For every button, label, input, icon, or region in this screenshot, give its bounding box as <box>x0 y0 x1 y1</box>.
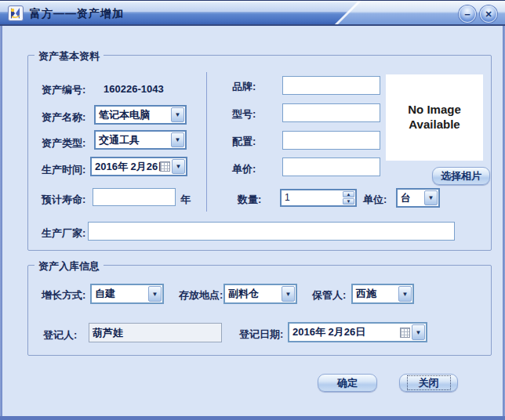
asset-name-label: 资产名称: <box>42 110 85 125</box>
close-window-button[interactable]: ✕ <box>480 5 497 23</box>
calendar-icon <box>400 328 410 338</box>
window-border-left <box>0 26 2 420</box>
expected-life-unit-label: 年 <box>180 193 191 207</box>
unit-selected-value: 台 <box>398 190 423 206</box>
close-button[interactable]: 关闭 <box>399 374 458 392</box>
spinner-down-icon[interactable]: ▼ <box>343 198 354 205</box>
production-date-value: 2016年 2月26日 <box>92 158 160 175</box>
close-button-label: 关闭 <box>407 375 451 390</box>
model-input[interactable] <box>282 103 380 122</box>
config-input[interactable] <box>282 131 380 150</box>
app-logo-icon <box>8 5 24 21</box>
config-label: 配置: <box>232 135 256 149</box>
select-photo-button[interactable]: 选择相片 <box>432 167 490 185</box>
registrant-input <box>89 323 222 342</box>
asset-type-label: 资产类型: <box>42 136 85 150</box>
production-date-picker[interactable]: 2016年 2月26日 ▼ <box>90 157 187 176</box>
asset-name-selected-value: 笔记本电脑 <box>96 107 170 123</box>
quantity-label: 数量: <box>238 193 261 207</box>
unit-price-input[interactable] <box>282 158 380 176</box>
dropdown-arrow-icon[interactable]: ▼ <box>171 107 184 122</box>
titlebar: 富方——资产增加 <box>0 0 505 26</box>
image-placeholder: No Image Available <box>386 74 483 161</box>
asset-no-label: 资产编号: <box>42 83 85 97</box>
calendar-icon <box>160 161 170 172</box>
register-date-label: 登记日期: <box>239 328 283 342</box>
storage-location-label: 存放地点: <box>179 288 223 302</box>
spinner-up-icon[interactable]: ▲ <box>343 191 354 197</box>
asset-type-selected-value: 交通工具 <box>96 132 170 148</box>
dropdown-arrow-icon[interactable]: ▼ <box>412 324 425 340</box>
growth-method-selected-value: 自建 <box>92 285 147 302</box>
manufacturer-label: 生产厂家: <box>42 226 85 241</box>
no-image-text-line1: No Image <box>408 103 461 118</box>
window-border-bottom <box>0 416 505 420</box>
quantity-stepper[interactable]: 1 ▲ ▼ <box>280 189 357 207</box>
growth-method-select[interactable]: 自建 ▼ <box>90 284 164 304</box>
register-date-value: 2016年 2月26日 <box>289 324 400 341</box>
dropdown-arrow-icon[interactable]: ▼ <box>424 190 438 205</box>
dropdown-arrow-icon[interactable]: ▼ <box>398 286 412 302</box>
unit-select[interactable]: 台 ▼ <box>396 188 440 208</box>
keeper-label: 保管人: <box>312 288 346 302</box>
storage-location-selected-value: 副料仓 <box>225 285 281 302</box>
close-icon: ✕ <box>485 9 492 19</box>
asset-name-select[interactable]: 笔记本电脑 ▼ <box>94 105 187 125</box>
no-image-text-line2: Available <box>409 118 460 132</box>
dropdown-arrow-icon[interactable]: ▼ <box>172 159 185 174</box>
storage-group-title: 资产入库信息 <box>35 259 104 273</box>
manufacturer-input[interactable] <box>88 222 455 241</box>
unit-price-label: 单价: <box>232 162 256 176</box>
minimize-button[interactable]: − <box>459 5 476 23</box>
asset-no-value: 160226-1043 <box>104 83 164 95</box>
asset-type-select[interactable]: 交通工具 ▼ <box>94 130 187 150</box>
keeper-selected-value: 西施 <box>353 285 398 302</box>
dropdown-arrow-icon[interactable]: ▼ <box>282 286 295 302</box>
expected-life-input[interactable] <box>93 188 176 206</box>
dropdown-arrow-icon[interactable]: ▼ <box>171 132 184 147</box>
minimize-icon: − <box>464 9 470 20</box>
brand-input[interactable] <box>282 76 380 95</box>
dropdown-arrow-icon[interactable]: ▼ <box>148 286 162 302</box>
quantity-value: 1 <box>282 190 342 205</box>
registrant-label: 登记人: <box>43 328 77 342</box>
column-divider <box>206 72 207 212</box>
ok-button[interactable]: 确定 <box>318 374 377 392</box>
keeper-select[interactable]: 西施 ▼ <box>351 284 414 304</box>
storage-location-select[interactable]: 副料仓 ▼ <box>223 284 297 304</box>
unit-label: 单位: <box>363 193 387 207</box>
basic-group-title: 资产基本资料 <box>35 49 104 63</box>
window-title: 富方——资产增加 <box>30 7 124 21</box>
expected-life-label: 预计寿命: <box>42 193 85 207</box>
growth-method-label: 增长方式: <box>42 288 85 302</box>
production-date-label: 生产时间: <box>42 163 85 177</box>
register-date-picker[interactable]: 2016年 2月26日 ▼ <box>288 322 427 342</box>
model-label: 型号: <box>232 107 256 121</box>
dialog-window: 富方——资产增加 − ✕ 资产基本资料 资产编号: 160226-1043 资产… <box>0 0 505 420</box>
brand-label: 品牌: <box>232 80 256 94</box>
